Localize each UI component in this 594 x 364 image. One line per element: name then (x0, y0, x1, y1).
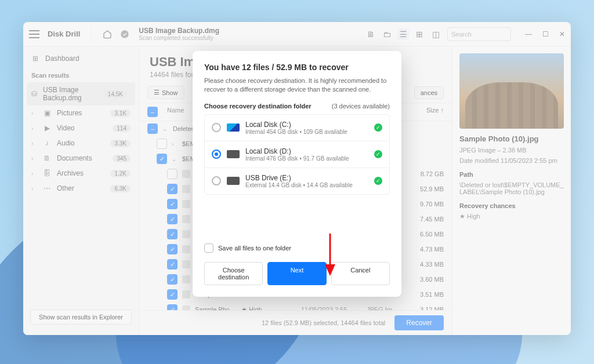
destination-option[interactable]: Local Disk (C:)Internal 454 GB disk • 10… (205, 115, 389, 141)
ok-icon: ✓ (374, 177, 382, 185)
cancel-button[interactable]: Cancel (331, 262, 390, 285)
ok-icon: ✓ (374, 150, 382, 158)
drive-icon (227, 150, 240, 158)
next-button[interactable]: Next (267, 262, 326, 285)
modal-title: You have 12 files / 52.9 MB to recover (204, 63, 390, 72)
destination-option[interactable]: Local Disk (D:)Internal 476 GB disk • 91… (205, 141, 389, 168)
radio-button[interactable] (212, 176, 221, 185)
drive-icon (227, 177, 240, 185)
save-one-folder-checkbox[interactable] (204, 243, 213, 253)
modal-desc: Please choose recovery destination. It i… (204, 77, 390, 94)
radio-button[interactable] (212, 150, 221, 159)
radio-button[interactable] (212, 123, 221, 132)
choose-destination-button[interactable]: Choose destination (204, 262, 263, 285)
modal-overlay: You have 12 files / 52.9 MB to recover P… (23, 22, 571, 335)
drive-icon (227, 123, 240, 132)
recovery-modal: You have 12 files / 52.9 MB to recover P… (193, 51, 401, 297)
ok-icon: ✓ (374, 123, 382, 132)
app-window: Disk Drill USB Image Backup.dmg Scan com… (23, 22, 571, 335)
destination-option[interactable]: USB Drive (E:)External 14.4 GB disk • 14… (205, 168, 389, 194)
